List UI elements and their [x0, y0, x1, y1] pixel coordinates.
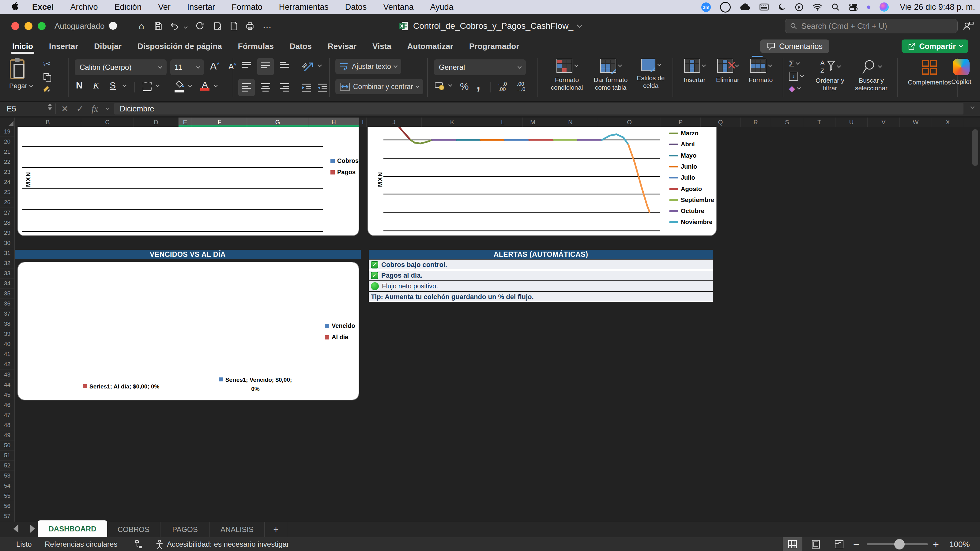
row-header-56[interactable]: 56 — [0, 501, 14, 511]
ribbon-tab-disposici-n-de-p-gina[interactable]: Disposición de página — [130, 38, 230, 54]
ribbon-tab-inicio[interactable]: Inicio — [4, 38, 41, 54]
alert-row[interactable]: ✓Pagos al día. — [369, 270, 713, 280]
row-header-34[interactable]: 34 — [0, 279, 14, 289]
row-header-42[interactable]: 42 — [0, 359, 14, 370]
home-icon[interactable]: ⌂ — [135, 20, 148, 32]
menu-item-archivo[interactable]: Archivo — [62, 2, 106, 12]
increase-decimal-button[interactable]: ←.0.00 — [497, 81, 507, 92]
spotlight-search-icon[interactable] — [832, 0, 840, 14]
row-header-37[interactable]: 37 — [0, 309, 14, 319]
column-header-O[interactable]: O — [598, 118, 661, 127]
row-header-47[interactable]: 47 — [0, 410, 14, 420]
decrease-indent-button[interactable] — [301, 83, 312, 94]
chart-cobros-pagos[interactable]: MXN CobrosPagos — [18, 127, 359, 236]
borders-chevron-icon[interactable] — [156, 83, 159, 87]
paste-button[interactable]: Pegar — [9, 57, 37, 97]
underline-chevron-icon[interactable] — [123, 83, 126, 87]
wifi-icon[interactable] — [813, 0, 822, 14]
autosave-toggle[interactable] — [108, 21, 108, 26]
ribbon-tab-f-rmulas[interactable]: Fórmulas — [230, 38, 282, 54]
fill-color-chevron-icon[interactable] — [188, 83, 192, 87]
column-header-K[interactable]: K — [422, 118, 483, 127]
orientation-button[interactable]: ab — [302, 59, 316, 75]
new-document-icon[interactable] — [228, 20, 240, 32]
column-header-Q[interactable]: Q — [701, 118, 740, 127]
insert-cells-button[interactable]: Insertar — [679, 59, 711, 84]
sheet-tab-analisis[interactable]: ANALISIS — [210, 522, 265, 537]
font-color-button[interactable]: A — [200, 79, 210, 90]
zoom-app-icon[interactable]: zm — [701, 0, 711, 14]
redo-icon[interactable] — [194, 20, 206, 32]
column-header-T[interactable]: T — [803, 118, 835, 127]
clear-button[interactable]: ◆ — [789, 84, 803, 94]
zoom-window-button[interactable] — [38, 22, 46, 30]
close-window-button[interactable] — [11, 22, 19, 30]
number-format-select[interactable]: General — [434, 59, 526, 75]
borders-button[interactable] — [143, 82, 152, 91]
menu-item-ayuda[interactable]: Ayuda — [422, 2, 461, 12]
column-header-G[interactable]: G — [247, 118, 309, 127]
search-input[interactable] — [800, 21, 953, 31]
bold-button[interactable]: N — [76, 80, 83, 91]
align-center-button[interactable] — [261, 83, 270, 92]
row-header-45[interactable]: 45 — [0, 390, 14, 400]
row-header-40[interactable]: 40 — [0, 339, 14, 349]
row-header-28[interactable]: 28 — [0, 218, 14, 228]
sheet-tab-cobros[interactable]: COBROS — [107, 522, 161, 537]
conditional-formatting-button[interactable]: Formato condicional — [547, 59, 587, 91]
row-header-53[interactable]: 53 — [0, 471, 14, 481]
keyboard-settings-icon[interactable] — [759, 0, 769, 14]
column-header-H[interactable]: H — [309, 118, 359, 127]
row-header-20[interactable]: 20 — [0, 137, 14, 147]
chart-flujo-lineas[interactable]: MXN MarzoAbrilMayoJunioJulioAgostoSeptie… — [368, 127, 717, 236]
more-commands-icon[interactable]: … — [261, 19, 273, 31]
fill-button[interactable]: ↓ — [789, 71, 803, 81]
row-header-33[interactable]: 33 — [0, 268, 14, 279]
menu-item-ventana[interactable]: Ventana — [375, 2, 422, 12]
sheet-tab-pagos[interactable]: PAGOS — [161, 522, 210, 537]
share-people-icon[interactable] — [963, 21, 974, 32]
vencidos-section-header[interactable]: VENCIDOS VS AL DÍA — [15, 250, 361, 259]
ribbon-tab-programador[interactable]: Programador — [461, 38, 527, 54]
align-bottom-button[interactable] — [280, 62, 289, 68]
macro-record-icon[interactable] — [134, 537, 143, 551]
column-header-S[interactable]: S — [771, 118, 803, 127]
align-right-button[interactable] — [280, 83, 289, 92]
column-header-R[interactable]: R — [740, 118, 771, 127]
search-box[interactable] — [785, 19, 958, 33]
siri-icon[interactable] — [880, 0, 889, 14]
font-name-select[interactable]: Calibri (Cuerpo) — [75, 59, 167, 75]
row-header-54[interactable]: 54 — [0, 481, 14, 491]
screen-mirroring-icon[interactable] — [795, 0, 803, 14]
row-header-35[interactable]: 35 — [0, 289, 14, 299]
cancel-entry-icon[interactable]: ✕ — [61, 104, 68, 114]
row-header-26[interactable]: 26 — [0, 197, 14, 208]
select-all-corner[interactable] — [0, 118, 15, 127]
comments-button[interactable]: Comentarios — [760, 40, 829, 53]
zoom-in-button[interactable]: + — [933, 537, 939, 551]
row-header-23[interactable]: 23 — [0, 167, 14, 177]
column-header-V[interactable]: V — [868, 118, 900, 127]
menu-item-insertar[interactable]: Insertar — [179, 2, 224, 12]
row-header-25[interactable]: 25 — [0, 187, 14, 197]
ribbon-tab-datos[interactable]: Datos — [282, 38, 320, 54]
increase-indent-button[interactable] — [317, 83, 328, 94]
italic-button[interactable]: K — [93, 80, 99, 91]
row-header-57[interactable]: 57 — [0, 511, 14, 521]
currency-format-button[interactable] — [435, 81, 445, 92]
formula-input-area[interactable] — [114, 103, 964, 114]
row-header-22[interactable]: 22 — [0, 157, 14, 167]
insert-function-icon[interactable]: fx — [92, 104, 98, 114]
row-header-41[interactable]: 41 — [0, 349, 14, 359]
row-header-24[interactable]: 24 — [0, 177, 14, 187]
format-as-table-button[interactable]: Dar formato como tabla — [589, 59, 632, 91]
row-header-39[interactable]: 39 — [0, 329, 14, 339]
previous-sheet-arrow[interactable] — [13, 524, 18, 533]
ribbon-tab-vista[interactable]: Vista — [364, 38, 399, 54]
next-sheet-arrow[interactable] — [30, 524, 35, 533]
name-box-spinner[interactable] — [48, 103, 52, 110]
share-button[interactable]: Compartir — [902, 40, 968, 53]
column-header-U[interactable]: U — [835, 118, 868, 127]
column-header-P[interactable]: P — [661, 118, 701, 127]
menu-item-herramientas[interactable]: Herramientas — [271, 2, 337, 12]
